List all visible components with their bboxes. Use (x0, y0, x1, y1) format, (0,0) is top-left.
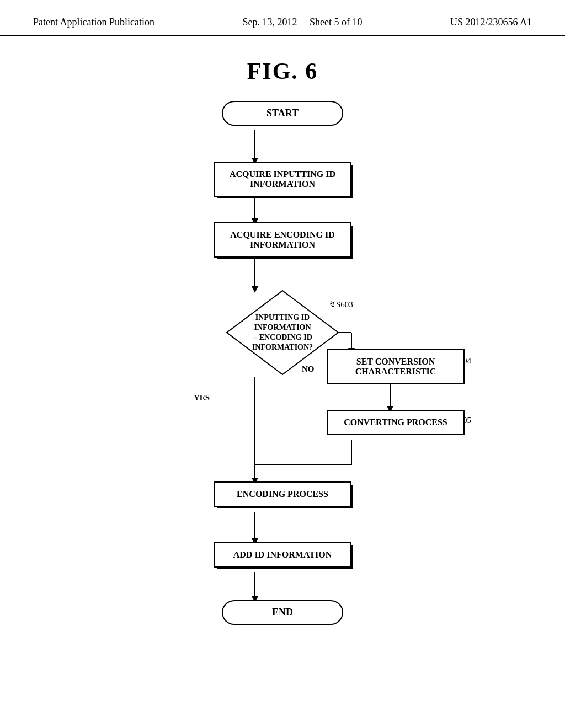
step-s602: ACQUIRE ENCODING IDINFORMATION (214, 222, 351, 258)
s601-box: ACQUIRE INPUTTING IDINFORMATION (214, 162, 351, 197)
step-s607: ADD ID INFORMATION (214, 542, 351, 568)
figure-title: FIG. 6 (0, 58, 565, 84)
end-label: END (222, 600, 343, 625)
header-left: Patent Application Publication (33, 15, 154, 29)
patent-number: US 2012/230656 A1 (450, 17, 532, 28)
s606-box: ENCODING PROCESS (214, 481, 351, 507)
header-right: US 2012/230656 A1 (450, 15, 532, 29)
yes-label: YES (194, 393, 210, 403)
s604-box: SET CONVERSIONCHARACTERISTIC (327, 349, 465, 384)
publication-label: Patent Application Publication (33, 17, 154, 28)
s602-box: ACQUIRE ENCODING IDINFORMATION (214, 222, 351, 258)
step-s601: ACQUIRE INPUTTING IDINFORMATION (214, 162, 351, 197)
sheet-label: Sheet 5 of 10 (310, 17, 362, 28)
step-s606: ENCODING PROCESS (214, 481, 351, 507)
no-label: NO (302, 365, 315, 374)
page-header: Patent Application Publication Sep. 13, … (0, 0, 565, 36)
s605-box: CONVERTING PROCESS (327, 410, 465, 435)
s603-diamond: INPUTTING IDINFORMATION= ENCODING IDINFO… (225, 288, 340, 377)
date-label: Sep. 13, 2012 (242, 17, 297, 28)
step-s603-diamond: INPUTTING IDINFORMATION= ENCODING IDINFO… (225, 288, 340, 377)
start-node: START (222, 101, 343, 126)
step-s604: SET CONVERSIONCHARACTERISTIC (327, 349, 465, 384)
header-center: Sep. 13, 2012 Sheet 5 of 10 (242, 15, 362, 29)
start-label: START (222, 101, 343, 126)
s607-box: ADD ID INFORMATION (214, 542, 351, 568)
s603-text: INPUTTING IDINFORMATION= ENCODING IDINFO… (244, 313, 321, 353)
step-s605: CONVERTING PROCESS (327, 410, 465, 435)
flowchart: START ~S601 ACQUIRE INPUTTING IDINFORMAT… (89, 101, 476, 641)
end-node: END (222, 600, 343, 625)
diagram-container: START ~S601 ACQUIRE INPUTTING IDINFORMAT… (0, 101, 565, 641)
